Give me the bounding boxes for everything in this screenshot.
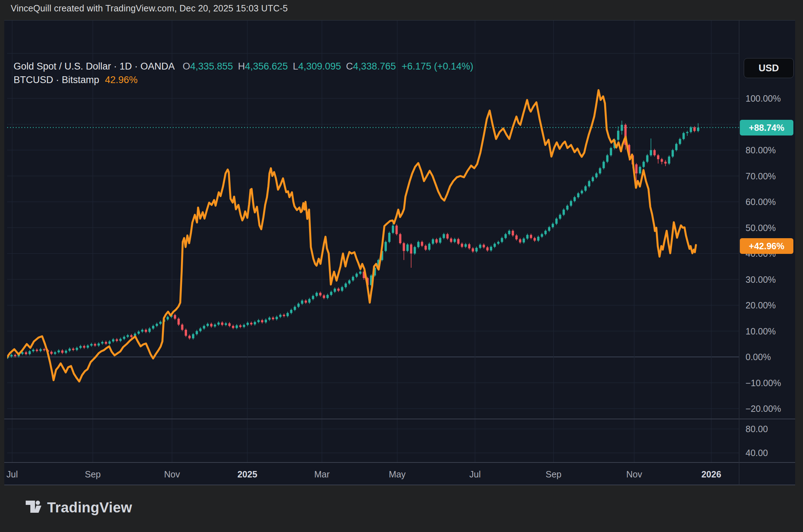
price-axis-label: 70.00% [746,171,776,181]
time-axis-label: Mar [306,468,338,480]
tradingview-snapshot: { "header": { "attribution": "VinceQuill… [0,0,803,532]
gold-last-price-badge: +88.74% [740,120,793,135]
price-axis-label: 20.00% [746,300,776,311]
high-value: 4,356.625 [245,60,288,73]
high-label: H [238,60,245,73]
time-axis-label: 2026 [695,468,727,480]
time-axis-label: May [381,468,413,480]
symbol-title: Gold Spot / U.S. Dollar · 1D · OANDA [14,60,175,73]
currency-button[interactable]: USD [744,58,794,78]
low-label: L [293,60,298,73]
time-axis-label: Jul [0,468,28,480]
grid-vertical [12,20,711,462]
price-axis-label: 10.00% [746,326,776,337]
time-axis-label: 2025 [231,468,263,480]
open-value: 4,335.855 [190,60,233,73]
gold-candles [7,121,700,359]
time-axis-label: Nov [156,468,188,480]
indicator-axis-label: 40.00 [746,447,768,458]
time-axis-label: Nov [618,468,650,480]
legend-compare-series-row[interactable]: BTCUSD · Bitstamp 42.96% [14,73,473,87]
price-axis-label: 50.00% [746,222,776,233]
price-axis-label: −20.00% [746,403,781,414]
compare-change-value: 42.96% [105,73,138,87]
low-value: 4,309.095 [298,60,341,73]
close-value: 4,338.765 [353,60,396,73]
change-value: +6.175 (+0.14%) [402,60,473,73]
indicator-axis-label: 80.00 [746,424,768,434]
tradingview-wordmark: TradingView [47,500,132,516]
pane-separators[interactable] [4,20,795,485]
time-axis-label: Sep [77,468,109,480]
compare-symbol-title: BTCUSD · Bitstamp [14,73,99,87]
chart-legend: Gold Spot / U.S. Dollar · 1D · OANDA O 4… [14,60,473,87]
grid-indicator-pane [7,429,739,453]
tradingview-footer[interactable]: TradingView [26,500,132,516]
grid-horizontal [7,53,739,409]
tradingview-logo-icon [26,500,42,516]
price-axis-label: 80.00% [746,145,776,155]
btc-last-price-badge: +42.96% [740,238,793,254]
price-axis-label: 60.00% [746,196,776,207]
legend-main-series-row[interactable]: Gold Spot / U.S. Dollar · 1D · OANDA O 4… [14,60,473,73]
price-axis-label: 30.00% [746,274,776,285]
price-axis-label: 100.00% [746,93,781,104]
open-label: O [183,60,190,73]
close-label: C [346,60,353,73]
btc-compare-line [5,90,696,382]
price-axis-label: 0.00% [746,352,771,362]
time-axis-label: Sep [537,468,570,480]
price-axis-label: −10.00% [746,378,781,388]
time-axis-label: Jul [459,468,491,480]
